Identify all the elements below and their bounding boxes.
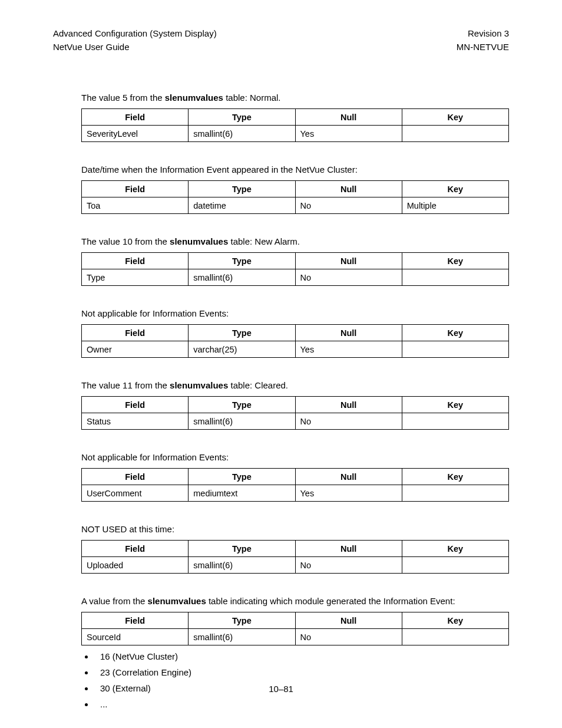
desc-text: The value 11 from the — [81, 380, 170, 390]
section-description: Not applicable for Information Events: — [81, 307, 509, 319]
section-description: The value 11 from the slenumvalues table… — [81, 379, 509, 391]
table-row: Uploadedsmallint(6)No — [82, 557, 509, 574]
table-header-row: FieldTypeNullKey — [82, 397, 509, 413]
cell-field: Toa — [82, 197, 189, 214]
header-title: Advanced Configuration (System Display) — [53, 27, 217, 41]
field-table: FieldTypeNullKeyStatussmallint(6)No — [81, 396, 509, 430]
section: The value 5 from the slenumvalues table:… — [81, 91, 509, 142]
cell-type: smallint(6) — [189, 629, 295, 645]
section: Date/time when the Information Event app… — [81, 163, 509, 214]
section-description: Not applicable for Information Events: — [81, 451, 509, 463]
table-row: Ownervarchar(25)Yes — [82, 341, 509, 358]
section-description: A value from the slenumvalues table indi… — [81, 595, 509, 607]
section-description: The value 5 from the slenumvalues table:… — [81, 91, 509, 104]
cell-field: SeverityLevel — [82, 126, 189, 142]
desc-text: table indicating which module generated … — [206, 596, 455, 606]
table-header-row: FieldTypeNullKey — [82, 109, 509, 126]
desc-text: Not applicable for Information Events: — [81, 452, 229, 462]
cell-key — [402, 629, 508, 645]
column-header-key: Key — [402, 397, 508, 413]
cell-field: Owner — [82, 341, 189, 358]
column-header-key: Key — [402, 253, 508, 269]
section: The value 11 from the slenumvalues table… — [81, 379, 509, 430]
list-item: 16 (NetVue Cluster) — [94, 651, 509, 661]
column-header-field: Field — [82, 181, 189, 197]
desc-bold: slenumvalues — [170, 236, 228, 246]
section-description: Date/time when the Information Event app… — [81, 163, 509, 176]
section: The value 10 from the slenumvalues table… — [81, 235, 509, 286]
field-table: FieldTypeNullKeyOwnervarchar(25)Yes — [81, 324, 509, 358]
section-description: NOT USED at this time: — [81, 523, 509, 535]
column-header-key: Key — [402, 325, 508, 341]
desc-text: Not applicable for Information Events: — [81, 308, 229, 318]
header-docid: MN-NETVUE — [457, 41, 509, 54]
table-header-row: FieldTypeNullKey — [82, 541, 509, 557]
page-header: Advanced Configuration (System Display) … — [53, 27, 509, 54]
column-header-null: Null — [295, 469, 402, 485]
field-table: FieldTypeNullKeySeverityLevelsmallint(6)… — [81, 108, 509, 142]
list-item: ... — [94, 699, 509, 709]
cell-type: mediumtext — [189, 485, 295, 502]
cell-key — [402, 341, 508, 358]
column-header-key: Key — [402, 469, 508, 485]
table-header-row: FieldTypeNullKey — [82, 253, 509, 269]
list-item: 23 (Correlation Engine) — [94, 667, 509, 677]
desc-text: The value 10 from the — [81, 236, 170, 246]
header-right: Revision 3 MN-NETVUE — [457, 27, 509, 54]
table-row: SourceIdsmallint(6)No — [82, 629, 509, 645]
desc-text: NOT USED at this time: — [81, 524, 174, 534]
column-header-type: Type — [189, 181, 295, 197]
bullet-list: 16 (NetVue Cluster)23 (Correlation Engin… — [81, 651, 509, 709]
column-header-key: Key — [402, 181, 508, 197]
table-row: Typesmallint(6)No — [82, 269, 509, 286]
section: Not applicable for Information Events:Fi… — [81, 307, 509, 358]
field-table: FieldTypeNullKeyToadatetimeNoMultiple — [81, 180, 509, 214]
column-header-type: Type — [189, 469, 295, 485]
column-header-null: Null — [295, 325, 402, 341]
cell-key — [402, 126, 508, 142]
cell-null: No — [295, 269, 402, 286]
desc-bold: slenumvalues — [165, 93, 223, 103]
column-header-null: Null — [295, 541, 402, 557]
cell-null: No — [295, 557, 402, 574]
cell-null: No — [295, 413, 402, 430]
header-left: Advanced Configuration (System Display) … — [53, 27, 217, 54]
field-table: FieldTypeNullKeySourceIdsmallint(6)No — [81, 612, 509, 645]
column-header-null: Null — [295, 109, 402, 126]
cell-null: No — [295, 629, 402, 645]
column-header-field: Field — [82, 109, 189, 126]
cell-type: smallint(6) — [189, 269, 295, 286]
column-header-null: Null — [295, 397, 402, 413]
column-header-key: Key — [402, 109, 508, 126]
desc-text: Date/time when the Information Event app… — [81, 164, 358, 174]
table-header-row: FieldTypeNullKey — [82, 469, 509, 485]
section: Not applicable for Information Events:Fi… — [81, 451, 509, 502]
desc-text: table: Cleared. — [228, 380, 288, 390]
column-header-type: Type — [189, 541, 295, 557]
column-header-field: Field — [82, 253, 189, 269]
column-header-type: Type — [189, 109, 295, 126]
cell-null: Yes — [295, 341, 402, 358]
column-header-type: Type — [189, 253, 295, 269]
cell-type: smallint(6) — [189, 557, 295, 574]
desc-text: table: Normal. — [223, 93, 281, 103]
cell-key — [402, 413, 508, 430]
table-header-row: FieldTypeNullKey — [82, 181, 509, 197]
header-subtitle: NetVue User Guide — [53, 41, 217, 54]
cell-key — [402, 557, 508, 574]
table-row: Statussmallint(6)No — [82, 413, 509, 430]
cell-field: Status — [82, 413, 189, 430]
column-header-null: Null — [295, 612, 402, 629]
page-content: The value 5 from the slenumvalues table:… — [53, 91, 509, 709]
desc-bold: slenumvalues — [170, 380, 228, 390]
cell-null: No — [295, 197, 402, 214]
cell-null: Yes — [295, 485, 402, 502]
section-description: The value 10 from the slenumvalues table… — [81, 235, 509, 248]
column-header-field: Field — [82, 325, 189, 341]
page-number: 10–81 — [0, 684, 562, 694]
cell-field: SourceId — [82, 629, 189, 645]
cell-field: Uploaded — [82, 557, 189, 574]
desc-text: A value from the — [81, 596, 148, 606]
cell-type: smallint(6) — [189, 413, 295, 430]
table-row: ToadatetimeNoMultiple — [82, 197, 509, 214]
